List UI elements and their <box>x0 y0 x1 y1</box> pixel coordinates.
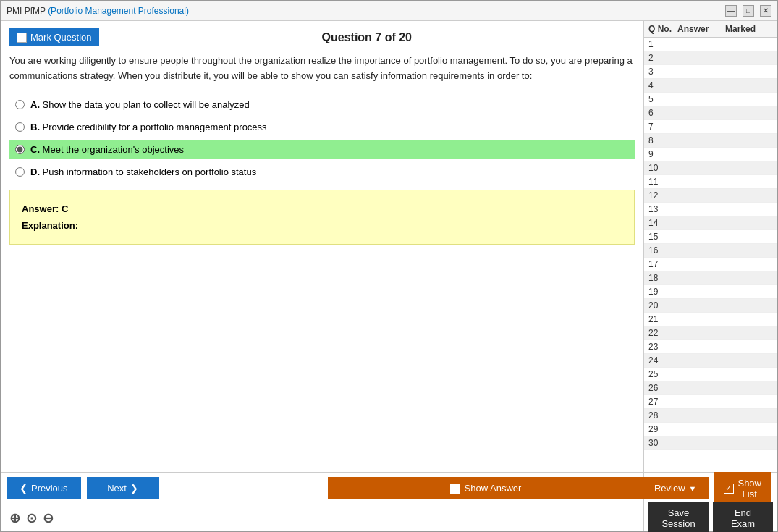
list-item[interactable]: 21 <box>644 313 777 326</box>
review-button[interactable]: Review ▼ <box>641 477 710 499</box>
list-item[interactable]: 16 <box>644 244 777 258</box>
side-panel: Q No. Answer Marked 12345678910111213141… <box>643 21 777 472</box>
option-b[interactable]: B. Provide credibility for a portfolio m… <box>9 118 635 136</box>
list-item[interactable]: 20 <box>644 299 777 313</box>
option-c-radio[interactable] <box>15 145 25 154</box>
show-list-label: Show List <box>737 478 761 499</box>
list-item[interactable]: 9 <box>644 148 777 161</box>
row-number: 16 <box>648 245 677 256</box>
minimize-button[interactable]: — <box>725 5 737 17</box>
row-number: 29 <box>648 424 677 434</box>
list-item[interactable]: 12 <box>644 189 777 203</box>
question-text: You are working diligently to ensure peo… <box>9 54 635 84</box>
list-item[interactable]: 29 <box>644 423 777 436</box>
previous-label: Previous <box>31 483 68 494</box>
row-number: 5 <box>648 94 677 104</box>
window-title: PMI PfMP (Portfolio Management Professio… <box>7 6 189 16</box>
col-answer-header: Answer <box>677 24 725 34</box>
save-session-label: Save Session <box>661 507 695 529</box>
list-item[interactable]: 14 <box>644 216 777 230</box>
list-item[interactable]: 8 <box>644 134 777 148</box>
list-item[interactable]: 6 <box>644 106 777 120</box>
row-number: 14 <box>648 218 677 228</box>
row-number: 15 <box>648 232 677 242</box>
row-number: 7 <box>648 122 677 132</box>
title-highlight: (Portfolio Management Professional) <box>48 6 189 16</box>
list-item[interactable]: 26 <box>644 381 777 395</box>
list-item[interactable]: 13 <box>644 203 777 216</box>
option-a-radio[interactable] <box>15 100 25 109</box>
row-number: 3 <box>648 67 677 77</box>
list-item[interactable]: 24 <box>644 354 777 368</box>
option-d-text: D. Push information to stakeholders on p… <box>30 166 256 177</box>
mark-checkbox-icon <box>17 33 27 43</box>
option-b-radio[interactable] <box>15 122 25 132</box>
content-area: Mark Question Question 7 of 20 You are w… <box>1 21 777 472</box>
row-number: 4 <box>648 80 677 90</box>
list-item[interactable]: 19 <box>644 285 777 299</box>
option-c-text: C. Meet the organization's objectives <box>30 144 184 155</box>
list-item[interactable]: 27 <box>644 395 777 409</box>
row-number: 28 <box>648 410 677 421</box>
list-item[interactable]: 11 <box>644 175 777 189</box>
next-button[interactable]: Next ❯ <box>87 477 159 499</box>
zoom-reset-button[interactable]: ⊙ <box>25 510 38 526</box>
nav-section: ❮ Previous Next ❯ <box>1 473 328 504</box>
explanation-line: Explanation: <box>22 217 622 234</box>
list-item[interactable]: 25 <box>644 368 777 381</box>
list-item[interactable]: 18 <box>644 271 777 285</box>
question-list: 1234567891011121314151617181920212223242… <box>644 38 777 472</box>
main-panel: Mark Question Question 7 of 20 You are w… <box>1 21 643 472</box>
row-number: 21 <box>648 314 677 324</box>
save-session-button[interactable]: Save Session <box>648 502 709 533</box>
list-item[interactable]: 15 <box>644 230 777 244</box>
show-list-button[interactable]: ✓ Show List <box>714 472 771 505</box>
row-number: 17 <box>648 259 677 269</box>
row-number: 9 <box>648 149 677 159</box>
options-list: A. Show the data you plan to collect wil… <box>9 96 635 181</box>
col-marked-header: Marked <box>725 24 773 34</box>
list-item[interactable]: 30 <box>644 436 777 450</box>
list-item[interactable]: 4 <box>644 79 777 93</box>
option-d[interactable]: D. Push information to stakeholders on p… <box>9 163 635 181</box>
next-chevron-icon: ❯ <box>130 483 138 494</box>
end-exam-button[interactable]: End Exam <box>713 502 773 533</box>
row-number: 23 <box>648 342 677 352</box>
col-qno-header: Q No. <box>648 24 677 34</box>
next-label: Next <box>107 483 127 494</box>
previous-button[interactable]: ❮ Previous <box>7 477 81 499</box>
list-item[interactable]: 5 <box>644 93 777 106</box>
row-number: 1 <box>648 39 677 49</box>
list-item[interactable]: 23 <box>644 340 777 354</box>
row-number: 13 <box>648 204 677 214</box>
option-c[interactable]: C. Meet the organization's objectives <box>9 140 635 159</box>
list-item[interactable]: 1 <box>644 38 777 51</box>
list-item[interactable]: 10 <box>644 161 777 175</box>
zoom-in-button[interactable]: ⊕ <box>8 510 22 526</box>
list-item[interactable]: 2 <box>644 51 777 65</box>
show-answer-button[interactable]: Show Answer <box>328 477 643 499</box>
review-chevron-icon: ▼ <box>689 484 697 493</box>
row-number: 6 <box>648 108 677 118</box>
show-answer-label: Show Answer <box>465 483 522 494</box>
zoom-out-button[interactable]: ⊖ <box>41 510 55 526</box>
close-button[interactable]: ✕ <box>760 5 771 17</box>
title-bar: PMI PfMP (Portfolio Management Professio… <box>1 1 777 21</box>
option-d-radio[interactable] <box>15 167 25 177</box>
answer-line: Answer: C <box>22 200 622 217</box>
side-panel-header: Q No. Answer Marked <box>644 21 777 38</box>
mark-question-button[interactable]: Mark Question <box>9 28 99 46</box>
list-item[interactable]: 3 <box>644 65 777 79</box>
show-answer-checkbox-icon <box>450 484 460 494</box>
option-a[interactable]: A. Show the data you plan to collect wil… <box>9 96 635 114</box>
list-item[interactable]: 22 <box>644 326 777 340</box>
zoom-section: ⊕ ⊙ ⊖ <box>1 504 643 531</box>
list-item[interactable]: 7 <box>644 120 777 134</box>
row-number: 19 <box>648 287 677 297</box>
row-number: 18 <box>648 273 677 283</box>
list-item[interactable]: 28 <box>644 409 777 423</box>
row-number: 24 <box>648 355 677 366</box>
row-number: 8 <box>648 135 677 145</box>
list-item[interactable]: 17 <box>644 258 777 271</box>
maximize-button[interactable]: □ <box>743 5 754 17</box>
